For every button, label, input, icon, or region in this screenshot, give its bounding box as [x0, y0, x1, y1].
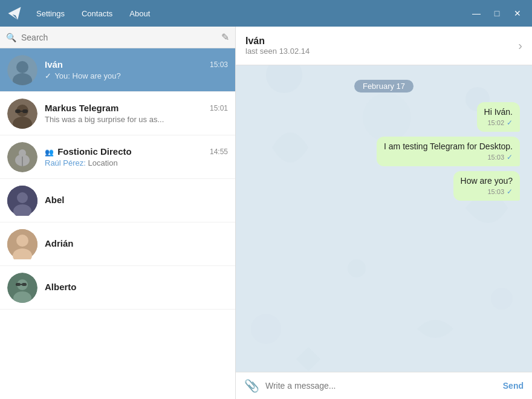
message-meta-1: 15:02 ✓ — [484, 118, 513, 127]
svg-point-19 — [16, 235, 28, 247]
message-input[interactable] — [265, 381, 497, 391]
group-icon: 👥 — [45, 148, 54, 157]
svg-rect-9 — [22, 109, 28, 113]
message-check-3: ✓ — [507, 187, 513, 196]
check-icon: ✓ — [45, 71, 51, 80]
date-label: February 17 — [354, 80, 414, 92]
date-separator: February 17 — [248, 80, 520, 92]
attach-icon[interactable]: 📎 — [244, 378, 259, 393]
chat-time-ivan: 15:03 — [210, 60, 228, 69]
chat-info-fostionic: 👥 Fostionic Directo 14:55 Raúl Pérez: Lo… — [45, 146, 228, 167]
avatar-adrian — [7, 229, 37, 259]
message-input-area: 📎 Send — [236, 372, 532, 399]
svg-point-3 — [16, 61, 28, 73]
message-row-1: Hi Iván. 15:02 ✓ — [248, 102, 520, 132]
minimize-button[interactable]: — — [468, 5, 485, 22]
message-text-3: How are you? — [461, 176, 513, 186]
messages-area: February 17 Hi Iván. 15:02 ✓ I am testin… — [236, 65, 532, 372]
message-time-3: 15:03 — [487, 188, 504, 195]
chat-time-fostionic: 14:55 — [210, 148, 228, 156]
svg-point-13 — [19, 149, 26, 157]
maximize-button[interactable]: □ — [488, 5, 505, 22]
chat-item-alberto[interactable]: Alberto — [0, 266, 235, 310]
message-bubble-3: How are you? 15:03 ✓ — [453, 171, 520, 201]
svg-rect-24 — [16, 283, 21, 286]
chat-name-markus: Markus Telegram — [45, 103, 118, 113]
chat-item-markus[interactable]: Markus Telegram 15:01 This was a big sur… — [0, 92, 235, 135]
message-time-2: 15:03 — [487, 154, 504, 161]
chat-header: Iván last seen 13.02.14 › — [236, 27, 532, 65]
svg-rect-25 — [22, 283, 27, 286]
message-check-2: ✓ — [507, 153, 513, 161]
sidebar: 🔍 ✎ Iván 15:03 — [0, 27, 236, 399]
avatar-abel — [7, 186, 37, 216]
chat-header-info: Iván last seen 13.02.14 — [245, 36, 518, 56]
search-icon: 🔍 — [6, 33, 16, 42]
avatar-ivan — [7, 55, 37, 85]
message-check-1: ✓ — [507, 118, 513, 127]
avatar-markus — [7, 99, 37, 129]
preview-text: Location — [88, 158, 118, 167]
main-layout: 🔍 ✎ Iván 15:03 — [0, 27, 532, 399]
compose-icon[interactable]: ✎ — [221, 31, 229, 43]
svg-rect-8 — [15, 109, 21, 113]
chat-name-adrian: Adrián — [45, 238, 74, 248]
menu-settings[interactable]: Settings — [29, 7, 72, 21]
menu-contacts[interactable]: Contacts — [74, 7, 120, 21]
chat-info-arrow-icon[interactable]: › — [518, 39, 522, 53]
chat-preview-fostionic: Raúl Pérez: Location — [45, 158, 228, 167]
send-button[interactable]: Send — [503, 381, 524, 391]
window-controls: — □ ✕ — [468, 5, 526, 22]
message-bubble-2: I am testing Telegram for Desktop. 15:03… — [377, 137, 520, 166]
chat-name-fostionic: 👥 Fostionic Directo — [45, 146, 132, 157]
svg-marker-0 — [8, 7, 21, 20]
chat-item-abel[interactable]: Abel — [0, 179, 235, 222]
chat-header-name: Iván — [245, 36, 518, 47]
chat-item-fostionic[interactable]: 👥 Fostionic Directo 14:55 Raúl Pérez: Lo… — [0, 135, 235, 179]
chat-info-abel: Abel — [45, 195, 228, 207]
chat-name-alberto: Alberto — [45, 282, 77, 292]
menu-about[interactable]: About — [122, 7, 157, 21]
message-time-1: 15:02 — [487, 119, 504, 126]
chat-panel: Iván last seen 13.02.14 › February 17 Hi… — [236, 27, 532, 399]
chat-info-alberto: Alberto — [45, 282, 228, 294]
message-row-3: How are you? 15:03 ✓ — [248, 171, 520, 201]
chat-preview-markus: This was a big surprise for us as... — [45, 115, 228, 124]
chat-list: Iván 15:03 ✓ You: How are you? — [0, 48, 235, 399]
telegram-logo-icon — [6, 5, 23, 22]
avatar-fostionic — [7, 142, 37, 172]
message-text-1: Hi Iván. — [484, 107, 513, 117]
chat-name-abel: Abel — [45, 195, 65, 205]
message-text-2: I am testing Telegram for Desktop. — [384, 141, 513, 151]
titlebar-menu: Settings Contacts About — [29, 7, 468, 21]
chat-info-adrian: Adrián — [45, 238, 228, 250]
titlebar: Settings Contacts About — □ ✕ — [0, 0, 532, 27]
chat-time-markus: 15:01 — [210, 104, 228, 112]
search-bar: 🔍 ✎ — [0, 27, 235, 48]
svg-point-16 — [17, 192, 28, 203]
message-meta-3: 15:03 ✓ — [461, 187, 513, 196]
preview-sender: Raúl Pérez: — [45, 158, 86, 167]
search-input[interactable] — [21, 33, 216, 42]
chat-preview-ivan: ✓ You: How are you? — [45, 71, 228, 80]
message-bubble-1: Hi Iván. 15:02 ✓ — [477, 102, 520, 132]
close-button[interactable]: ✕ — [509, 5, 526, 22]
chat-item-adrian[interactable]: Adrián — [0, 222, 235, 266]
chat-item-ivan[interactable]: Iván 15:03 ✓ You: How are you? — [0, 48, 235, 92]
avatar-alberto — [7, 273, 37, 303]
chat-info-markus: Markus Telegram 15:01 This was a big sur… — [45, 103, 228, 124]
message-meta-2: 15:03 ✓ — [384, 153, 513, 161]
message-row-2: I am testing Telegram for Desktop. 15:03… — [248, 137, 520, 166]
chat-header-status: last seen 13.02.14 — [245, 47, 518, 56]
chat-name-ivan: Iván — [45, 59, 63, 70]
chat-info-ivan: Iván 15:03 ✓ You: How are you? — [45, 59, 228, 80]
